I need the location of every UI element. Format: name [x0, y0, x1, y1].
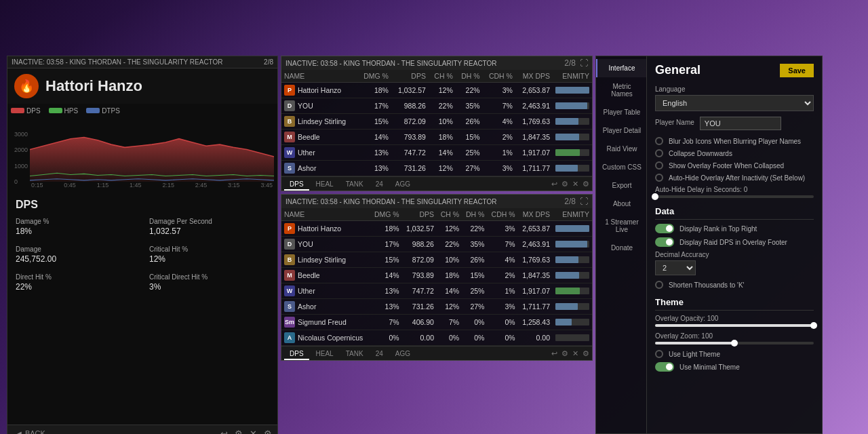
table-row[interactable]: DYOU17%988.2622%35%7%2,463.91	[281, 237, 592, 252]
reset-icon[interactable]: ↩	[220, 429, 228, 435]
player-name-text: Ashor	[298, 302, 316, 311]
rank-top-right-toggle[interactable]	[655, 224, 674, 233]
sidebar-item-streamer[interactable]: 1 Streamer Live	[596, 213, 646, 239]
table-row[interactable]: BLindsey Stirling15%872.0910%26%4%1,769.…	[281, 114, 592, 130]
mxdps-cell: 1,769.63	[515, 114, 553, 130]
player-name-text: Lindsey Stirling	[298, 256, 346, 264]
raid-dps-footer-toggle[interactable]	[655, 237, 674, 247]
dmg-pct-cell: 7%	[370, 315, 402, 330]
tab-24-bot[interactable]: 24	[370, 349, 389, 360]
table-row[interactable]: MBeedle14%793.8918%15%2%1,847.35	[281, 268, 592, 283]
settings-icon-bot[interactable]: ⚙	[561, 349, 568, 358]
sidebar-item-metric-names[interactable]: Metric Names	[596, 77, 646, 103]
bar-fill	[555, 272, 579, 279]
close-icon-bot[interactable]: ✕	[572, 349, 578, 358]
close-icon-top[interactable]: ✕	[572, 180, 578, 189]
dmg-pct-cell: 13%	[370, 283, 402, 299]
table-row[interactable]: MBeedle14%793.8918%15%2%1,847.35	[281, 130, 592, 145]
back-button[interactable]: ◄ BACK	[13, 428, 48, 434]
sidebar-item-interface[interactable]: Interface	[596, 59, 646, 77]
dmg-pct-cell: 13%	[370, 299, 402, 315]
tab-dps-top[interactable]: DPS	[284, 179, 309, 191]
gear2-icon-top[interactable]: ⚙	[583, 180, 589, 189]
overlay-zoom-slider[interactable]	[655, 342, 814, 344]
shorten-thousands-radio[interactable]	[655, 281, 663, 289]
tab-tank-top[interactable]: TANK	[340, 179, 369, 191]
bottom-tab-icons: ↩ ⚙ ✕ ⚙	[551, 349, 589, 359]
ch-pct-cell: 0%	[437, 330, 462, 346]
reset-icon-top[interactable]: ↩	[551, 180, 557, 189]
dmg-pct-cell: 0%	[370, 330, 402, 346]
table-row[interactable]: ANicolaus Copernicus0%0.000%0%0%0.00	[281, 330, 592, 346]
table-row[interactable]: BLindsey Stirling15%872.0910%26%4%1,769.…	[281, 252, 592, 268]
bar-bg	[555, 303, 589, 310]
table-row[interactable]: DYOU17%988.2622%35%7%2,463.91	[281, 98, 592, 114]
settings-icon[interactable]: ⚙	[235, 429, 243, 435]
table-row[interactable]: SAshor13%731.2612%27%3%1,711.77	[281, 299, 592, 315]
middle-panels: INACTIVE: 03:58 - KING THORDAN - THE SIN…	[281, 56, 593, 434]
tab-24-top[interactable]: 24	[370, 179, 389, 191]
table-row[interactable]: PHattori Hanzo18%1,032.5712%22%3%2,653.8…	[281, 83, 592, 98]
cdh-pct-cell: 2%	[483, 130, 515, 145]
auto-hide-slider[interactable]	[655, 195, 814, 198]
sidebar-item-raid-view[interactable]: Raid View	[596, 140, 646, 158]
bar-bg	[555, 256, 589, 263]
minimal-theme-toggle[interactable]	[655, 362, 674, 372]
save-button[interactable]: Save	[780, 64, 814, 77]
bar-fill	[555, 102, 587, 109]
reset-icon-bot[interactable]: ↩	[551, 349, 557, 358]
player-name-text: Uther	[298, 287, 315, 295]
col-dh-b: DH %	[462, 208, 487, 221]
bar-bg	[555, 149, 589, 156]
overlay-opacity-slider[interactable]	[655, 324, 814, 327]
col-dmg: DMG %	[357, 70, 391, 83]
mxdps-cell: 1,711.77	[518, 299, 553, 315]
bar-bg	[555, 319, 589, 326]
collapse-down-radio[interactable]	[655, 149, 663, 157]
player-name-cell: WUther	[281, 145, 357, 160]
auto-hide-radio[interactable]	[655, 174, 663, 182]
sidebar-item-export[interactable]: Export	[596, 176, 646, 195]
stat-cdh-val: 3%	[149, 282, 161, 292]
dmg-pct-cell: 13%	[357, 145, 391, 161]
expand-icon[interactable]: ⛶	[580, 58, 588, 68]
gear2-icon-bot[interactable]: ⚙	[583, 349, 589, 358]
tab-tank-bot[interactable]: TANK	[340, 349, 369, 360]
col-mxdps-b: MX DPS	[518, 208, 553, 221]
table-row[interactable]: SmSigmund Freud7%406.907%0%0%1,258.43	[281, 315, 592, 330]
sidebar-item-donate[interactable]: Donate	[596, 239, 646, 257]
settings-icon-top[interactable]: ⚙	[561, 180, 568, 189]
chart-x-labels: 0:150:451:151:452:152:453:153:45	[30, 182, 274, 189]
player-name-cell: SAshor	[281, 299, 370, 314]
player-name-cell: BLindsey Stirling	[281, 114, 357, 129]
blur-icons-radio[interactable]	[655, 137, 663, 145]
sidebar-item-about[interactable]: About	[596, 195, 646, 213]
cdh-pct-cell: 7%	[487, 237, 517, 252]
table-row[interactable]: PHattori Hanzo18%1,032.5712%22%3%2,653.8…	[281, 221, 592, 237]
gear-icon[interactable]: ⚙	[264, 429, 272, 435]
table-row[interactable]: WUther13%747.7214%25%1%1,917.07	[281, 145, 592, 161]
show-footer-radio[interactable]	[655, 161, 663, 170]
rank-top-right-label: Display Rank in Top Right	[679, 225, 814, 233]
light-theme-radio[interactable]	[655, 350, 663, 358]
table-row[interactable]: WUther13%747.7214%25%1%1,917.07	[281, 283, 592, 299]
expand-icon-bottom[interactable]: ⛶	[580, 197, 588, 206]
close-icon[interactable]: ✕	[250, 429, 257, 435]
tab-agg-bot[interactable]: AGG	[390, 349, 416, 360]
tab-heal-bot[interactable]: HEAL	[311, 349, 339, 360]
player-icon: 🔥	[14, 74, 39, 98]
sidebar-item-player-table[interactable]: Player Table	[596, 103, 646, 121]
decimal-select[interactable]: 2 0 1 3	[655, 260, 696, 275]
tab-heal-top[interactable]: HEAL	[311, 179, 339, 191]
table-row[interactable]: SAshor13%731.2612%27%3%1,711.77	[281, 161, 592, 176]
sidebar-item-player-detail[interactable]: Player Detail	[596, 121, 646, 140]
player-name-cell: DYOU	[281, 237, 370, 252]
tab-agg-top[interactable]: AGG	[390, 179, 416, 191]
bar-bg	[555, 225, 589, 232]
player-name-text: Sigmund Freud	[298, 318, 347, 326]
sidebar-item-custom-css[interactable]: Custom CSS	[596, 158, 646, 176]
tab-dps-bot[interactable]: DPS	[284, 349, 309, 360]
language-select[interactable]: English	[655, 95, 814, 111]
player-name-input[interactable]	[700, 117, 781, 130]
dps-cell: 1,032.57	[402, 221, 437, 237]
